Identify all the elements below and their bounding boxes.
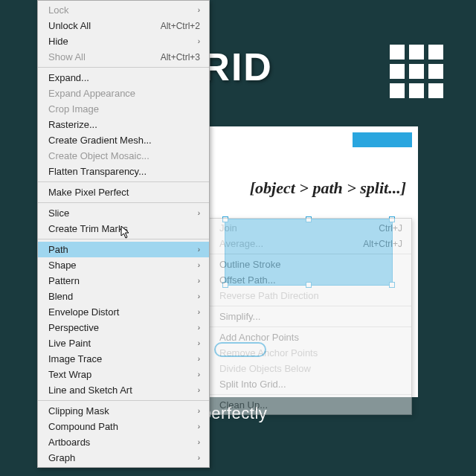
menu-item-lock[interactable]: Lock› (38, 2, 209, 18)
menu-item-crop-image[interactable]: Crop Image (38, 101, 209, 117)
submenu-item-join[interactable]: JoinCtrl+J (209, 220, 411, 236)
menu-item-clipping-mask[interactable]: Clipping Mask› (38, 403, 209, 419)
submenu-item-average[interactable]: Average...Alt+Ctrl+J (209, 236, 411, 251)
menu-item-unlock-all[interactable]: Unlock AllAlt+Ctrl+2 (38, 18, 209, 33)
menu-item-expand[interactable]: Expand... (38, 70, 209, 86)
menu-item-show-all[interactable]: Show AllAlt+Ctrl+3 (38, 49, 209, 65)
submenu-path[interactable]: JoinCtrl+J Average...Alt+Ctrl+J Outline … (208, 218, 412, 415)
submenu-item-add-anchor[interactable]: Add Anchor Points (209, 329, 411, 345)
menu-item-line-sketch[interactable]: Line and Sketch Art› (38, 382, 209, 398)
context-menu-object[interactable]: Lock› Unlock AllAlt+Ctrl+2 Hide› Show Al… (37, 0, 210, 468)
menu-item-flatten-transparency[interactable]: Flatten Transparency... (38, 164, 209, 179)
submenu-item-split-grid[interactable]: Split Into Grid... (209, 376, 411, 392)
submenu-item-remove-anchor[interactable]: Remove Anchor Points (209, 345, 411, 361)
menu-item-hide[interactable]: Hide› (38, 33, 209, 49)
submenu-item-outline-stroke[interactable]: Outline Stroke (209, 257, 411, 272)
menu-item-image-trace[interactable]: Image Trace› (38, 351, 209, 367)
grid-icon (390, 45, 443, 98)
menu-item-artboards[interactable]: Artboards› (38, 434, 209, 450)
menu-item-text-wrap[interactable]: Text Wrap› (38, 367, 209, 382)
menu-item-perspective[interactable]: Perspective› (38, 320, 209, 335)
menu-item-object-mosaic[interactable]: Create Object Mosaic... (38, 148, 209, 164)
menu-item-pixel-perfect[interactable]: Make Pixel Perfect (38, 184, 209, 200)
submenu-item-simplify[interactable]: Simplify... (209, 309, 411, 324)
menu-item-shape[interactable]: Shape› (38, 257, 209, 273)
submenu-item-offset-path[interactable]: Offset Path... (209, 272, 411, 288)
menu-item-compound-path[interactable]: Compound Path› (38, 419, 209, 434)
menu-item-slice[interactable]: Slice› (38, 205, 209, 221)
submenu-item-divide-below[interactable]: Divide Objects Below (209, 361, 411, 376)
menu-item-trim-marks[interactable]: Create Trim Marks (38, 221, 209, 237)
menu-item-path[interactable]: Path› (38, 242, 209, 257)
menu-item-live-paint[interactable]: Live Paint› (38, 335, 209, 351)
menu-item-rasterize[interactable]: Rasterize... (38, 117, 209, 132)
menu-item-graph[interactable]: Graph› (38, 450, 209, 466)
accent-bar (353, 132, 412, 147)
menu-item-gradient-mesh[interactable]: Create Gradient Mesh... (38, 132, 209, 148)
menu-item-envelope-distort[interactable]: Envelope Distort› (38, 304, 209, 320)
menu-item-expand-appearance[interactable]: Expand Appearance (38, 86, 209, 101)
submenu-item-reverse-path[interactable]: Reverse Path Direction (209, 288, 411, 303)
menu-item-pattern[interactable]: Pattern› (38, 273, 209, 289)
submenu-item-clean-up[interactable]: Clean Up... (209, 397, 411, 413)
menu-item-blend[interactable]: Blend› (38, 289, 209, 304)
